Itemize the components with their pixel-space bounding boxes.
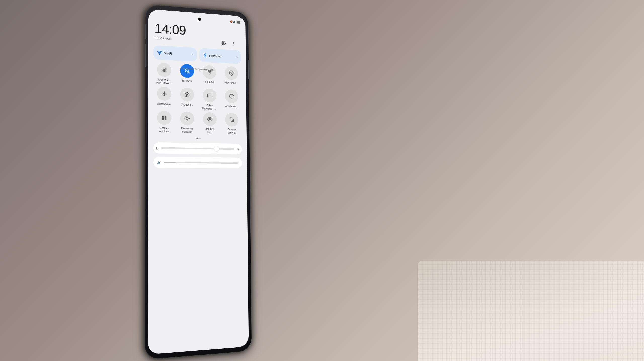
- eye-comfort-label: Защитаглаз: [205, 127, 214, 134]
- bluetooth-label: Bluetooth: [209, 54, 235, 59]
- phone-device: 🔕📷 ▓▓ 14:09 чт, 20 июн.: [145, 4, 252, 359]
- svg-line-17: [185, 117, 186, 117]
- eye-comfort-icon-wrap: [203, 112, 217, 126]
- silent-icon-wrap: [180, 64, 194, 78]
- tile-airplane[interactable]: Авиарежим: [153, 86, 175, 109]
- svg-point-1: [233, 42, 234, 43]
- status-center: [198, 18, 201, 21]
- link-windows-label: Связь сWindows: [159, 126, 169, 133]
- svg-point-10: [209, 72, 210, 73]
- clock-display: 14:09: [154, 22, 186, 37]
- status-right: 🔕📷 ▓▓: [230, 20, 240, 24]
- bluetooth-toggle[interactable]: Bluetooth ›: [199, 48, 241, 64]
- location-icon-wrap: [225, 66, 238, 80]
- svg-point-23: [209, 118, 210, 120]
- brightness-fill: [161, 147, 217, 149]
- wifi-icon: [157, 50, 162, 55]
- svg-line-13: [207, 95, 212, 95]
- volume-row[interactable]: 🔈: [153, 157, 242, 168]
- tile-eye-comfort[interactable]: Защитаглаз: [199, 112, 220, 134]
- svg-line-22: [189, 117, 189, 117]
- screenshot-icon-wrap: [225, 113, 238, 127]
- brightness-sun-icon: ☀: [237, 147, 240, 151]
- camera-hole: [198, 18, 201, 21]
- tile-link-windows[interactable]: Связь сWindows: [153, 111, 175, 133]
- mobile-data-label: Мобильн.Нет SIM-ка...: [156, 78, 172, 85]
- settings-button[interactable]: [220, 39, 228, 47]
- tile-autorotate[interactable]: Автоповор.: [221, 89, 242, 111]
- svg-rect-6: [163, 69, 164, 72]
- status-left: [153, 16, 169, 17]
- tile-night-mode[interactable]: Режим затемнения: [177, 111, 197, 134]
- autorotate-icon-wrap: [225, 89, 238, 103]
- tile-screenshot[interactable]: Снимокэкрана: [222, 113, 242, 135]
- tiles-grid: Мобильн.Нет SIM-ка... Безз: [152, 62, 243, 135]
- night-mode-icon-wrap: [180, 111, 194, 126]
- gpay-label: GPayНажмите, ч...: [202, 104, 217, 110]
- volume-fill: [164, 162, 176, 163]
- scene: 🔕📷 ▓▓ 14:09 чт, 20 июн.: [0, 0, 644, 361]
- battery-indicator: ▓▓: [236, 21, 241, 24]
- brightness-row[interactable]: ◐ ☀: [153, 142, 242, 155]
- home-label: Управле...: [181, 103, 193, 106]
- notification-icons: 🔕📷: [230, 20, 235, 23]
- flashlight-label: Фонарик: [205, 80, 214, 84]
- gpay-icon-wrap: [203, 88, 216, 103]
- dot-1: [196, 138, 198, 139]
- svg-rect-5: [162, 70, 163, 72]
- svg-point-14: [186, 117, 188, 120]
- wifi-arrow: ›: [192, 53, 193, 56]
- night-mode-label: Режим затемнения: [181, 127, 193, 134]
- svg-point-2: [233, 43, 234, 44]
- dot-2: [199, 138, 201, 139]
- autorotate-label: Автоповор.: [225, 105, 238, 108]
- volume-icon: 🔈: [157, 160, 161, 164]
- location-label: Местопол...: [225, 81, 238, 85]
- top-controls: [220, 39, 237, 48]
- more-options-button[interactable]: [230, 40, 237, 48]
- bluetooth-icon: [203, 53, 207, 58]
- notification-panel: 14:09 чт, 20 июн.: [148, 9, 249, 354]
- brightness-thumb: [214, 146, 219, 151]
- svg-line-18: [189, 120, 189, 120]
- svg-rect-12: [207, 94, 212, 97]
- mobile-data-icon-wrap: [157, 63, 171, 77]
- silent-label: Беззвучн.: [181, 79, 192, 83]
- sofa-arm: [418, 261, 644, 361]
- svg-point-3: [233, 45, 234, 45]
- svg-point-0: [223, 42, 224, 44]
- tile-home[interactable]: Управле...: [177, 87, 197, 110]
- brightness-icon: ◐: [155, 146, 158, 150]
- volume-slider[interactable]: [164, 162, 239, 164]
- bluetooth-arrow: ›: [237, 56, 238, 59]
- flashlight-icon-wrap: [203, 65, 216, 79]
- wifi-label: Wi-Fi: [164, 51, 191, 56]
- svg-point-4: [159, 54, 160, 55]
- airplane-icon-wrap: [157, 86, 171, 101]
- page-dots: [152, 136, 243, 141]
- svg-line-21: [185, 120, 186, 120]
- wifi-toggle[interactable]: Wi-Fi ›: [153, 45, 197, 62]
- phone-screen: 🔕📷 ▓▓ 14:09 чт, 20 июн.: [148, 9, 249, 354]
- date-display: чт, 20 июн.: [154, 36, 172, 41]
- power-button: [248, 60, 249, 79]
- tile-gpay[interactable]: GPayНажмите, ч...: [199, 88, 220, 111]
- quick-toggles-row: Wi-Fi › Bluetooth ›: [152, 45, 242, 64]
- phone-frame: 🔕📷 ▓▓ 14:09 чт, 20 июн.: [145, 4, 252, 359]
- screenshot-label: Снимокэкрана: [228, 128, 236, 134]
- brightness-slider[interactable]: [161, 147, 234, 150]
- airplane-label: Авиарежим: [157, 102, 171, 106]
- home-icon-wrap: [180, 87, 194, 102]
- link-windows-icon-wrap: [157, 111, 171, 125]
